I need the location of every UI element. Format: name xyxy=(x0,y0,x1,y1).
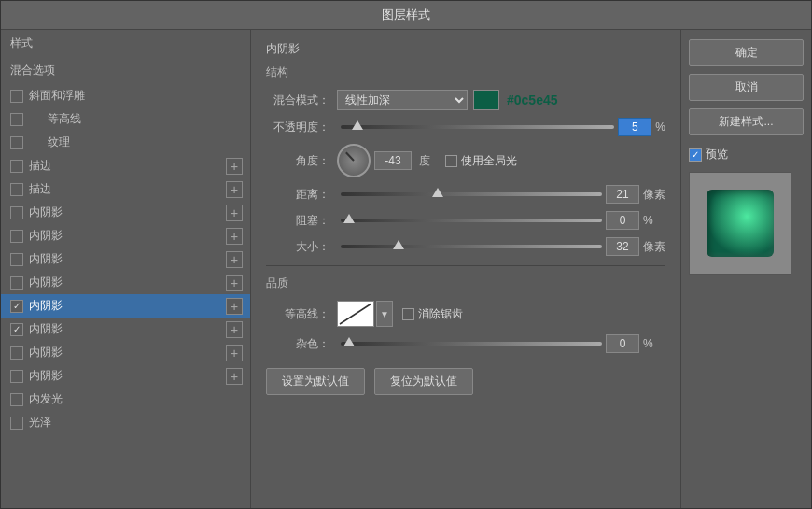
checkbox-inner-shadow6[interactable] xyxy=(10,323,23,336)
layer-item-bevel[interactable]: 斜面和浮雕 xyxy=(1,84,250,107)
cancel-button[interactable]: 取消 xyxy=(689,74,804,101)
layer-item-stroke2[interactable]: 描边 + xyxy=(1,177,250,201)
checkbox-contour[interactable] xyxy=(10,113,23,126)
distance-slider-thumb[interactable] xyxy=(432,188,443,197)
global-light-checkbox[interactable] xyxy=(445,155,457,167)
label-inner-shadow4: 内阴影 xyxy=(29,275,63,290)
color-hex-display: #0c5e45 xyxy=(507,92,558,107)
curve-dropdown-button[interactable]: ▼ xyxy=(376,301,393,327)
global-light-label: 使用全局光 xyxy=(461,153,517,169)
label-stroke2: 描边 xyxy=(29,181,51,197)
label-inner-shadow6: 内阴影 xyxy=(29,321,63,337)
add-inner-shadow5-button[interactable]: + xyxy=(226,298,243,315)
add-stroke1-button[interactable]: + xyxy=(226,158,243,175)
layer-item-inner-shadow4[interactable]: 内阴影 + xyxy=(1,271,250,294)
distance-slider-track[interactable] xyxy=(341,192,602,196)
label-texture: 纹理 xyxy=(48,134,70,150)
add-inner-shadow2-button[interactable]: + xyxy=(226,228,243,245)
choke-slider-track[interactable] xyxy=(341,219,602,222)
right-panel: 确定 取消 新建样式... ✓ 预览 xyxy=(680,30,811,508)
angle-dial[interactable] xyxy=(337,144,371,177)
noise-slider-track[interactable] xyxy=(341,342,602,346)
checkbox-inner-shadow2[interactable] xyxy=(10,230,23,243)
color-swatch[interactable] xyxy=(473,90,499,110)
curve-preview[interactable] xyxy=(337,301,374,327)
add-stroke2-button[interactable]: + xyxy=(226,181,243,198)
dialog-title: 图层样式 xyxy=(382,7,430,21)
add-inner-shadow8-button[interactable]: + xyxy=(226,368,243,385)
preview-label: 预览 xyxy=(706,147,728,163)
checkbox-stroke2[interactable] xyxy=(10,183,23,196)
choke-input[interactable]: 0 xyxy=(606,211,639,230)
checkbox-inner-shadow4[interactable] xyxy=(10,276,23,290)
layer-item-inner-shadow5[interactable]: 内阴影 + xyxy=(1,294,250,318)
checkbox-inner-glow[interactable] xyxy=(10,393,23,406)
layer-item-inner-shadow6[interactable]: 内阴影 + xyxy=(1,318,250,341)
anti-alias-label: 消除锯齿 xyxy=(418,306,463,322)
add-inner-shadow7-button[interactable]: + xyxy=(226,345,243,361)
checkbox-stroke1[interactable] xyxy=(10,160,23,173)
new-style-button[interactable]: 新建样式... xyxy=(689,108,804,135)
checkbox-texture[interactable] xyxy=(10,136,23,149)
curve-preview-svg xyxy=(338,302,373,326)
angle-input[interactable]: -43 xyxy=(374,151,412,170)
layer-item-satin[interactable]: 光泽 xyxy=(1,411,250,434)
add-inner-shadow4-button[interactable]: + xyxy=(226,275,243,291)
anti-alias-checkbox[interactable] xyxy=(402,308,414,320)
set-default-button[interactable]: 设置为默认值 xyxy=(266,368,365,395)
structure-subtitle: 结构 xyxy=(266,64,665,80)
checkbox-inner-shadow7[interactable] xyxy=(10,346,23,360)
checkbox-inner-shadow1[interactable] xyxy=(10,206,23,219)
contour-row: 等高线： ▼ 消除锯齿 xyxy=(266,301,665,327)
opacity-label: 不透明度： xyxy=(266,120,329,135)
layer-item-texture[interactable]: 纹理 xyxy=(1,131,250,154)
noise-slider-thumb[interactable] xyxy=(343,337,355,346)
add-inner-shadow1-button[interactable]: + xyxy=(226,205,243,221)
layer-item-inner-shadow7[interactable]: 内阴影 + xyxy=(1,341,250,364)
dialog-body: 样式 混合选项 斜面和浮雕 等高线 纹理 描边 + xyxy=(1,30,811,508)
size-slider-track[interactable] xyxy=(341,245,602,248)
checkbox-inner-shadow3[interactable] xyxy=(10,253,23,266)
ok-button[interactable]: 确定 xyxy=(689,39,804,66)
layer-item-inner-shadow1[interactable]: 内阴影 + xyxy=(1,201,250,224)
label-satin: 光泽 xyxy=(29,415,51,431)
layer-item-stroke1[interactable]: 描边 + xyxy=(1,154,250,177)
choke-slider-thumb[interactable] xyxy=(343,214,355,223)
opacity-input[interactable]: 5 xyxy=(618,118,651,136)
contour-label: 等高线： xyxy=(266,306,329,322)
blend-mode-label: 混合模式： xyxy=(266,92,329,108)
add-inner-shadow6-button[interactable]: + xyxy=(226,321,243,338)
blend-mode-select[interactable]: 正常溶解变暗正片叠底颜色加深线性加深深色 xyxy=(337,90,468,110)
distance-unit: 像素 xyxy=(643,187,665,203)
reset-default-button[interactable]: 复位为默认值 xyxy=(374,368,473,395)
layer-item-inner-glow[interactable]: 内发光 xyxy=(1,388,250,411)
noise-input[interactable]: 0 xyxy=(606,334,639,353)
section-styles: 样式 xyxy=(1,30,250,57)
size-row: 大小： 32 像素 xyxy=(266,237,665,256)
opacity-slider-thumb[interactable] xyxy=(352,120,363,130)
layer-item-inner-shadow3[interactable]: 内阴影 + xyxy=(1,247,250,271)
preview-section: ✓ 预览 xyxy=(689,147,804,275)
preview-checkbox[interactable]: ✓ xyxy=(689,148,702,162)
blend-mode-row: 混合模式： 正常溶解变暗正片叠底颜色加深线性加深深色 #0c5e45 xyxy=(266,90,665,110)
checkbox-inner-shadow8[interactable] xyxy=(10,370,23,383)
action-buttons: 设置为默认值 复位为默认值 xyxy=(266,368,665,395)
distance-input[interactable]: 21 xyxy=(606,185,639,204)
add-inner-shadow3-button[interactable]: + xyxy=(226,251,243,268)
distance-slider-container xyxy=(337,192,606,196)
choke-slider-container xyxy=(337,219,606,222)
noise-label: 杂色： xyxy=(266,336,329,352)
layer-item-inner-shadow2[interactable]: 内阴影 + xyxy=(1,224,250,247)
size-slider-thumb[interactable] xyxy=(393,240,404,249)
size-input[interactable]: 32 xyxy=(606,237,639,256)
checkbox-bevel[interactable] xyxy=(10,90,23,103)
layer-item-inner-shadow8[interactable]: 内阴影 + xyxy=(1,364,250,388)
checkbox-inner-shadow5[interactable] xyxy=(10,300,23,313)
opacity-slider-track[interactable] xyxy=(341,125,614,129)
layer-item-contour[interactable]: 等高线 xyxy=(1,107,250,131)
noise-unit: % xyxy=(643,337,665,350)
checkbox-satin[interactable] xyxy=(10,417,23,430)
preview-square xyxy=(707,190,774,257)
size-unit: 像素 xyxy=(643,239,665,255)
middle-panel: 内阴影 结构 混合模式： 正常溶解变暗正片叠底颜色加深线性加深深色 #0c5e4… xyxy=(251,30,680,508)
